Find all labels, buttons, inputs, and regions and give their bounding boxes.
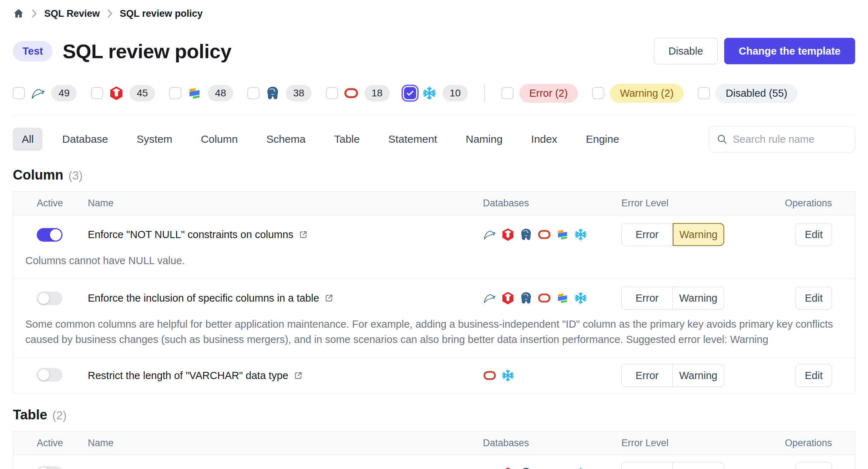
- col-header-operations: Operations: [753, 198, 855, 209]
- change-template-button[interactable]: Change the template: [724, 38, 855, 64]
- snowflake-checkbox[interactable]: [404, 87, 416, 99]
- tab-schema[interactable]: Schema: [257, 128, 314, 151]
- tab-index[interactable]: Index: [522, 128, 566, 151]
- edit-button[interactable]: Edit: [796, 287, 832, 309]
- filter-oceanbase[interactable]: 48: [169, 85, 233, 101]
- page-title: SQL review policy: [62, 40, 231, 63]
- warning-level-button[interactable]: Warning: [673, 287, 724, 309]
- col-header-databases: Databases: [464, 438, 600, 449]
- filter-disabled-level[interactable]: Disabled (55): [698, 84, 797, 103]
- tidb-icon: [109, 86, 124, 101]
- rule-count-badge: 48: [208, 85, 233, 101]
- warning-level-button[interactable]: Warning: [673, 364, 724, 387]
- tab-statement[interactable]: Statement: [379, 128, 446, 151]
- tab-engine[interactable]: Engine: [577, 128, 628, 151]
- error-level-button[interactable]: Error: [621, 364, 673, 387]
- section-count: (2): [52, 409, 66, 422]
- error-checkbox[interactable]: [501, 87, 514, 99]
- postgres-icon: [519, 228, 533, 241]
- col-header-databases: Databases: [464, 198, 600, 209]
- col-header-name: Name: [74, 438, 464, 449]
- divider: [484, 85, 485, 101]
- edit-button[interactable]: Edit: [796, 462, 832, 469]
- postgres-icon: [519, 291, 533, 305]
- search-input[interactable]: [733, 133, 848, 145]
- rule-name: Enforce "NOT NULL" constraints on column…: [88, 229, 293, 241]
- oceanbase-icon: [556, 467, 569, 469]
- rule-description: Columns cannot have NULL value.: [13, 246, 855, 270]
- active-toggle[interactable]: [37, 368, 62, 382]
- environment-badge: Test: [13, 41, 52, 61]
- postgres-checkbox[interactable]: [247, 87, 259, 99]
- tidb-icon: [501, 291, 515, 305]
- rule-count-badge: 38: [286, 85, 311, 101]
- edit-button[interactable]: Edit: [796, 223, 832, 246]
- filter-error-level[interactable]: Error (2): [501, 84, 578, 103]
- tab-column[interactable]: Column: [192, 128, 247, 151]
- active-toggle[interactable]: [37, 228, 62, 242]
- filter-postgres[interactable]: 38: [247, 85, 311, 101]
- oceanbase-icon: [187, 86, 202, 101]
- disable-button[interactable]: Disable: [654, 38, 718, 64]
- rule-databases: [464, 369, 600, 382]
- col-header-operations: Operations: [753, 438, 855, 449]
- oracle-checkbox[interactable]: [326, 87, 338, 99]
- oracle-icon: [538, 228, 551, 241]
- active-toggle[interactable]: [37, 466, 62, 469]
- column-rules-table: Active Name Databases Error Level Operat…: [13, 191, 855, 394]
- chevron-right-icon: [106, 9, 113, 18]
- active-toggle[interactable]: [37, 292, 62, 305]
- table-row: Restrict the length of "VARCHAR" data ty…: [13, 358, 855, 393]
- search-icon: [716, 133, 728, 145]
- breadcrumb-sql-review[interactable]: SQL Review: [44, 8, 100, 19]
- error-level-button[interactable]: Error: [621, 223, 673, 246]
- error-pill: Error (2): [519, 84, 578, 103]
- section-title: Table: [13, 407, 47, 423]
- oracle-icon: [538, 291, 551, 305]
- error-level-button[interactable]: Error: [621, 462, 673, 469]
- table-header: Active Name Databases Error Level Operat…: [13, 192, 855, 215]
- tab-table[interactable]: Table: [325, 128, 369, 151]
- tab-naming[interactable]: Naming: [457, 128, 511, 151]
- mysql-icon: [483, 291, 496, 305]
- rule-count-badge: 45: [130, 85, 155, 101]
- oceanbase-icon: [556, 291, 569, 305]
- oracle-icon: [483, 369, 496, 382]
- warning-pill: Warning (2): [610, 84, 683, 103]
- oceanbase-checkbox[interactable]: [169, 87, 181, 99]
- tab-system[interactable]: System: [128, 128, 181, 151]
- warning-checkbox[interactable]: [592, 87, 604, 99]
- filter-mysql[interactable]: 49: [13, 85, 77, 101]
- rule-count-badge: 10: [443, 85, 468, 101]
- error-level-button[interactable]: Error: [621, 287, 673, 309]
- filter-tidb[interactable]: 45: [91, 85, 155, 101]
- error-level-control: Error Warning: [600, 462, 753, 469]
- tidb-checkbox[interactable]: [91, 87, 103, 99]
- rule-databases: [464, 228, 600, 241]
- oceanbase-icon: [556, 228, 569, 241]
- rule-description: Some common columns are helpful for bett…: [13, 309, 855, 349]
- edit-button[interactable]: Edit: [796, 364, 832, 387]
- error-level-control: Error Warning: [600, 364, 753, 387]
- disabled-checkbox[interactable]: [698, 87, 710, 99]
- filter-row: 49 45 48 38 18 10 Er: [13, 83, 855, 104]
- tab-database[interactable]: Database: [53, 128, 117, 151]
- warning-level-button[interactable]: Warning: [673, 462, 724, 469]
- mysql-icon: [483, 467, 496, 469]
- filter-warning-level[interactable]: Warning (2): [592, 84, 683, 103]
- external-link-icon[interactable]: [298, 230, 308, 239]
- external-link-icon[interactable]: [293, 371, 303, 380]
- rule-databases: [464, 291, 600, 305]
- rule-name: Restrict the length of "VARCHAR" data ty…: [88, 370, 288, 382]
- home-icon[interactable]: [13, 8, 24, 19]
- filter-oracle[interactable]: 18: [326, 85, 390, 101]
- filter-snowflake[interactable]: 10: [404, 85, 468, 101]
- warning-level-button[interactable]: Warning: [673, 223, 724, 246]
- external-link-icon[interactable]: [324, 293, 334, 303]
- col-header-active: Active: [13, 198, 74, 209]
- search-box: [709, 126, 855, 152]
- col-header-name: Name: [74, 198, 464, 209]
- tab-all[interactable]: All: [13, 128, 42, 151]
- error-level-control: Error Warning: [600, 287, 753, 309]
- mysql-checkbox[interactable]: [13, 87, 25, 99]
